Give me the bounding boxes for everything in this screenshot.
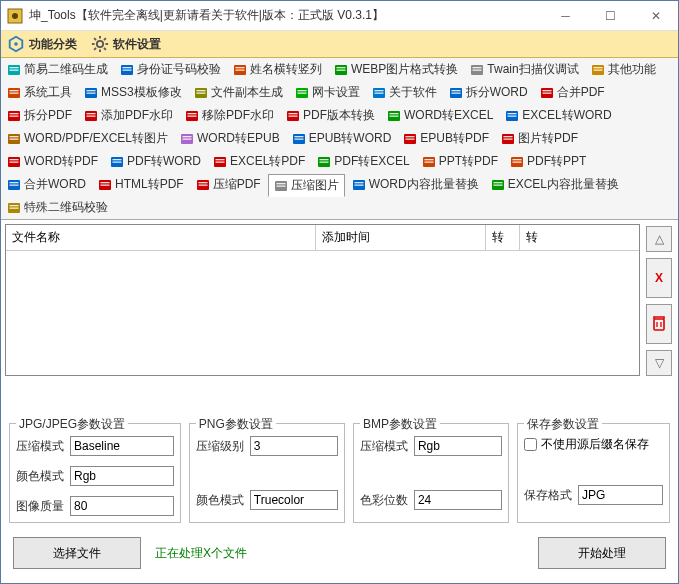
tab-label: 压缩图片	[291, 177, 339, 194]
tab-2[interactable]: 姓名横转竖列	[228, 59, 327, 80]
svg-rect-90	[113, 161, 122, 162]
tab-14[interactable]: 添加PDF水印	[79, 105, 178, 126]
tab-7[interactable]: MSS3模板修改	[79, 82, 187, 103]
tab-21[interactable]: EPUB转WORD	[287, 128, 397, 149]
settings-label: 软件设置	[113, 36, 161, 53]
tab-12[interactable]: 合并PDF	[535, 82, 610, 103]
tab-23[interactable]: 图片转PDF	[496, 128, 583, 149]
tab-label: MSS3模板修改	[101, 84, 182, 101]
tab-28[interactable]: PPT转PDF	[417, 151, 503, 172]
file-list-body[interactable]	[6, 251, 639, 375]
tab-11[interactable]: 拆分WORD	[444, 82, 533, 103]
tab-8[interactable]: 文件副本生成	[189, 82, 288, 103]
select-file-button[interactable]: 选择文件	[13, 537, 141, 569]
tab-18[interactable]: EXCEL转WORD	[500, 105, 616, 126]
tab-22[interactable]: EPUB转PDF	[398, 128, 494, 149]
col-filename[interactable]: 文件名称	[6, 225, 316, 250]
svg-rect-62	[289, 113, 298, 114]
tab-icon	[352, 178, 366, 192]
png-color-select[interactable]: Truecolor	[250, 490, 338, 510]
svg-rect-83	[504, 136, 513, 137]
tab-icon	[422, 155, 436, 169]
bmp-compress-select[interactable]: Rgb	[414, 436, 502, 456]
tab-27[interactable]: PDF转EXCEL	[312, 151, 414, 172]
tab-32[interactable]: 压缩PDF	[191, 174, 266, 195]
tab-33[interactable]: 压缩图片	[268, 174, 345, 197]
svg-rect-36	[87, 92, 96, 93]
svg-rect-113	[276, 183, 285, 184]
tab-icon	[510, 155, 524, 169]
svg-rect-20	[236, 67, 245, 68]
svg-rect-80	[406, 136, 415, 137]
tab-3[interactable]: WEBP图片格式转换	[329, 59, 463, 80]
svg-rect-21	[236, 69, 245, 70]
tab-34[interactable]: WORD内容批量替换	[347, 174, 484, 195]
tab-icon	[194, 86, 208, 100]
tab-13[interactable]: 拆分PDF	[2, 105, 77, 126]
col-conv2[interactable]: 转	[520, 225, 639, 250]
start-button[interactable]: 开始处理	[538, 537, 666, 569]
category-button[interactable]: 功能分类	[7, 35, 77, 53]
bmp-bits-select[interactable]: 24	[414, 490, 502, 510]
remove-button[interactable]: X	[646, 258, 672, 298]
tab-label: 网卡设置	[312, 84, 360, 101]
move-down-button[interactable]: ▽	[646, 350, 672, 376]
tab-10[interactable]: 关于软件	[367, 82, 442, 103]
svg-rect-47	[451, 90, 460, 91]
tab-4[interactable]: Twain扫描仪调试	[465, 59, 583, 80]
settings-button[interactable]: 软件设置	[91, 35, 161, 53]
tab-icon	[7, 132, 21, 146]
tab-26[interactable]: EXCEL转PDF	[208, 151, 310, 172]
jpg-color-label: 颜色模式	[16, 468, 66, 485]
tab-icon	[7, 201, 21, 215]
jpg-quality-select[interactable]: 80	[70, 496, 174, 516]
bmp-compress-label: 压缩模式	[360, 438, 410, 455]
close-button[interactable]: ✕	[633, 1, 678, 30]
jpg-color-select[interactable]: Rgb	[70, 466, 174, 486]
tab-31[interactable]: HTML转PDF	[93, 174, 189, 195]
col-conv1[interactable]: 转	[486, 225, 520, 250]
tab-5[interactable]: 其他功能	[586, 59, 661, 80]
jpg-compress-select[interactable]: Baseline	[70, 436, 174, 456]
clear-button[interactable]	[646, 304, 672, 344]
tab-25[interactable]: PDF转WORD	[105, 151, 206, 172]
tab-label: 身份证号码校验	[137, 61, 221, 78]
svg-rect-119	[493, 182, 502, 183]
png-level-select[interactable]: 3	[250, 436, 338, 456]
tab-24[interactable]: WORD转PDF	[2, 151, 103, 172]
tab-label: 合并PDF	[557, 84, 605, 101]
svg-point-4	[97, 41, 103, 47]
svg-rect-53	[10, 113, 19, 114]
tab-1[interactable]: 身份证号码校验	[115, 59, 226, 80]
minimize-button[interactable]: ─	[543, 1, 588, 30]
svg-rect-86	[10, 159, 19, 160]
tab-icon	[84, 86, 98, 100]
svg-rect-60	[188, 115, 197, 116]
tab-16[interactable]: PDF版本转换	[281, 105, 380, 126]
keep-ext-checkbox[interactable]	[524, 438, 537, 451]
tab-label: WEBP图片格式转换	[351, 61, 458, 78]
svg-rect-44	[374, 90, 383, 91]
tab-29[interactable]: PDF转PPT	[505, 151, 591, 172]
tab-0[interactable]: 简易二维码生成	[2, 59, 113, 80]
svg-rect-54	[10, 115, 19, 116]
tab-6[interactable]: 系统工具	[2, 82, 77, 103]
tab-17[interactable]: WORD转EXCEL	[382, 105, 498, 126]
move-up-button[interactable]: △	[646, 226, 672, 252]
svg-rect-95	[320, 159, 329, 160]
tab-15[interactable]: 移除PDF水印	[180, 105, 279, 126]
tab-20[interactable]: WORD转EPUB	[175, 128, 285, 149]
maximize-button[interactable]: ☐	[588, 1, 633, 30]
tab-label: 压缩PDF	[213, 176, 261, 193]
svg-rect-114	[276, 185, 285, 186]
tab-35[interactable]: EXCEL内容批量替换	[486, 174, 624, 195]
status-text: 正在处理X个文件	[155, 545, 524, 562]
tab-36[interactable]: 特殊二维码校验	[2, 197, 113, 218]
col-addtime[interactable]: 添加时间	[316, 225, 486, 250]
tab-19[interactable]: WORD/PDF/EXCEL转图片	[2, 128, 173, 149]
tab-label: PDF转EXCEL	[334, 153, 409, 170]
tab-9[interactable]: 网卡设置	[290, 82, 365, 103]
tab-30[interactable]: 合并WORD	[2, 174, 91, 195]
gear-icon	[91, 35, 109, 53]
save-format-select[interactable]: JPG	[578, 485, 663, 505]
